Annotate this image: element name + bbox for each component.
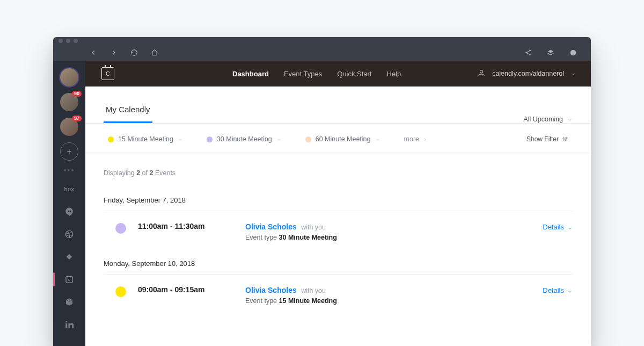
app-window: 90 37 + ••• box C C Dashboard Event Type…: [53, 37, 591, 346]
chip-more[interactable]: more: [404, 135, 428, 143]
calendly-logo[interactable]: C: [101, 67, 114, 80]
app-linkedin-icon[interactable]: [60, 316, 78, 333]
svg-point-19: [563, 138, 564, 139]
event-type: Event type 15 Minute Meeting: [245, 297, 543, 305]
user-icon: [477, 69, 486, 79]
event-row: 09:00am - 09:15am Olivia Scholes with yo…: [104, 275, 573, 318]
event-type: Event type 30 Minute Meeting: [245, 234, 543, 241]
chip-label: 30 Minute Meeting: [217, 135, 272, 143]
details-label: Details: [543, 223, 564, 231]
app-dribbble-icon[interactable]: [60, 226, 78, 242]
chip-15min[interactable]: 15 Minute Meeting: [108, 135, 183, 143]
chip-30min[interactable]: 30 Minute Meeting: [207, 135, 282, 143]
tab-my-calendly[interactable]: My Calendly: [104, 105, 152, 123]
chevron-right-icon: [422, 136, 428, 142]
show-filter-label: Show Filter: [526, 135, 559, 143]
nav-forward-icon[interactable]: [110, 49, 118, 56]
event-row: 11:00am - 11:30am Olivia Scholes with yo…: [104, 211, 573, 254]
workspace-avatar[interactable]: [60, 68, 78, 86]
svg-rect-6: [70, 211, 71, 212]
event-attendee[interactable]: Olivia Scholes: [245, 286, 297, 294]
more-label: more: [404, 135, 419, 143]
nav-help[interactable]: Help: [387, 70, 401, 78]
chevron-down-icon: [375, 136, 380, 142]
event-details-button[interactable]: Details: [543, 285, 573, 294]
chip-label: 60 Minute Meeting: [316, 135, 371, 143]
show-filter-button[interactable]: Show Filter: [526, 135, 568, 143]
event-details-button[interactable]: Details: [543, 222, 573, 231]
dot-icon: [108, 136, 114, 142]
browser-toolbar: [53, 45, 591, 61]
event-attendee[interactable]: Olivia Scholes: [245, 222, 297, 231]
notification-badge: 37: [72, 116, 82, 121]
nav-event-types[interactable]: Event Types: [284, 70, 322, 78]
svg-text:C: C: [68, 278, 71, 282]
app-hangouts-icon[interactable]: [60, 204, 78, 220]
nav-reload-icon[interactable]: [130, 49, 138, 56]
events-list: Displaying 2 of 2 Events Friday, Septemb…: [104, 153, 573, 318]
chevron-down-icon: [276, 136, 282, 142]
app-calendly-icon[interactable]: C: [60, 271, 78, 287]
window-close-dot[interactable]: [58, 39, 63, 43]
events-count: Displaying 2 of 2 Events: [104, 169, 573, 177]
chevron-down-icon: [567, 117, 573, 122]
app-diamond-icon[interactable]: [60, 249, 78, 265]
left-dock: 90 37 + ••• box C: [53, 61, 85, 346]
window-min-dot[interactable]: [66, 39, 70, 43]
meeting-type-filters: 15 Minute Meeting 30 Minute Meeting 60 M…: [85, 124, 591, 153]
dot-icon: [207, 136, 213, 142]
user-menu[interactable]: calendly.com/aldannerol: [477, 69, 576, 79]
day-group: Monday, September 10, 2018 09:00am - 09:…: [104, 260, 573, 318]
chip-60min[interactable]: 60 Minute Meeting: [305, 135, 380, 143]
day-label: Monday, September 10, 2018: [104, 260, 573, 275]
chevron-down-icon: [178, 136, 183, 142]
app-box-icon[interactable]: box: [60, 181, 78, 197]
svg-point-14: [65, 321, 67, 322]
notification-badge: 90: [72, 91, 82, 97]
window-titlebar: [53, 37, 591, 45]
event-color-dot: [115, 286, 126, 297]
svg-point-2: [529, 54, 531, 56]
svg-point-21: [566, 138, 567, 139]
main-nav: Dashboard Event Types Quick Start Help: [232, 70, 401, 78]
dock-more-icon[interactable]: •••: [64, 166, 75, 175]
workspace-avatar[interactable]: 37: [60, 118, 78, 136]
share-icon[interactable]: [524, 49, 532, 56]
workspace-avatar[interactable]: 90: [60, 93, 78, 111]
layers-icon[interactable]: [547, 49, 554, 56]
history-icon[interactable]: [569, 49, 577, 56]
chevron-down-icon: [567, 288, 573, 293]
svg-marker-3: [548, 50, 554, 53]
day-group: Friday, September 7, 2018 11:00am - 11:3…: [104, 196, 573, 254]
dot-icon: [305, 136, 311, 142]
filter-upcoming-dropdown[interactable]: All Upcoming: [523, 116, 573, 123]
user-url: calendly.com/aldannerol: [492, 70, 564, 77]
app-box3d-icon[interactable]: [60, 294, 78, 310]
app-header: C Dashboard Event Types Quick Start Help…: [85, 61, 591, 86]
svg-rect-8: [67, 254, 72, 260]
chevron-down-icon: [567, 225, 573, 230]
content-area: C Dashboard Event Types Quick Start Help…: [85, 61, 591, 346]
svg-point-0: [529, 49, 531, 51]
nav-quick-start[interactable]: Quick Start: [337, 70, 371, 78]
event-color-dot: [115, 223, 126, 234]
day-label: Friday, September 7, 2018: [104, 196, 573, 211]
add-workspace-button[interactable]: +: [60, 142, 78, 161]
svg-rect-5: [68, 211, 69, 212]
svg-point-15: [480, 70, 482, 73]
page-body: My Calendly All Upcoming 15 Minute Meeti…: [85, 86, 591, 346]
chip-label: 15 Minute Meeting: [118, 135, 173, 143]
nav-back-icon[interactable]: [90, 49, 97, 56]
details-label: Details: [543, 286, 564, 294]
event-time: 11:00am - 11:30am: [138, 222, 245, 230]
sliders-icon: [562, 136, 568, 142]
chevron-down-icon: [570, 71, 576, 76]
filter-upcoming-label: All Upcoming: [523, 116, 563, 123]
logo-letter: C: [106, 70, 110, 77]
nav-dashboard[interactable]: Dashboard: [232, 70, 269, 78]
svg-point-20: [565, 140, 566, 141]
event-with: with you: [301, 287, 326, 294]
event-with: with you: [301, 224, 326, 231]
nav-home-icon[interactable]: [151, 49, 158, 56]
window-max-dot[interactable]: [74, 39, 78, 43]
